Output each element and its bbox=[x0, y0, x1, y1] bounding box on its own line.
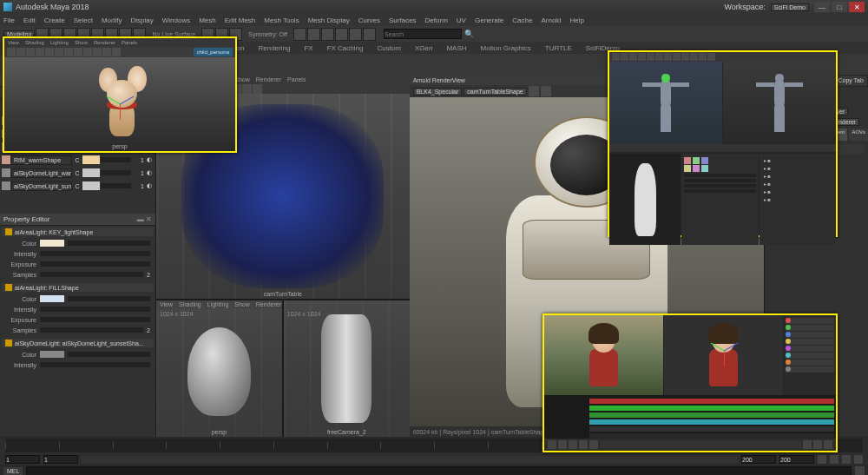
layer-row[interactable] bbox=[786, 360, 834, 366]
color-swatch[interactable] bbox=[693, 165, 700, 172]
track-clip[interactable] bbox=[589, 399, 834, 404]
step-forward-icon[interactable] bbox=[579, 440, 588, 449]
command-input[interactable] bbox=[26, 466, 852, 476]
tool-icon[interactable] bbox=[673, 53, 681, 61]
viewport-tool-icon[interactable] bbox=[26, 48, 35, 56]
layer-row[interactable] bbox=[786, 339, 834, 345]
layer-row[interactable] bbox=[786, 353, 834, 359]
menu-select[interactable]: Select bbox=[74, 16, 93, 24]
attr-slider[interactable] bbox=[40, 307, 150, 312]
color-swatch[interactable] bbox=[701, 165, 708, 172]
viewport-tool-icon[interactable] bbox=[74, 48, 82, 56]
light-color[interactable] bbox=[82, 181, 100, 190]
visibility-toggle[interactable]: ◐ bbox=[145, 169, 154, 176]
track-clip[interactable] bbox=[589, 426, 834, 432]
viewport-menu-item[interactable]: Lighting bbox=[50, 40, 69, 45]
shelf-tab[interactable]: FX Caching bbox=[324, 43, 367, 53]
color-swatch[interactable] bbox=[684, 157, 691, 164]
tree-item[interactable]: ▸ ■ bbox=[762, 195, 833, 203]
outliner-tree[interactable]: ▸ ■ ▸ ■ ▸ ■ ▸ ■ ▸ ■ ▸ ■ bbox=[760, 154, 836, 245]
anim-track[interactable] bbox=[546, 398, 834, 404]
light-icon[interactable] bbox=[2, 181, 10, 190]
shelf-tab[interactable]: XGen bbox=[411, 43, 436, 53]
menu-mesh-display[interactable]: Mesh Display bbox=[308, 16, 350, 24]
attr-slider[interactable] bbox=[40, 327, 143, 333]
track-clip[interactable] bbox=[589, 433, 834, 439]
viewport-bottom-right[interactable]: 1024 x 1024 freeCamera_2 bbox=[284, 300, 410, 437]
shelf-tab[interactable]: MASH bbox=[443, 43, 470, 53]
start-frame[interactable] bbox=[5, 455, 40, 464]
menu-uv[interactable]: UV bbox=[457, 16, 466, 24]
menu-arnold[interactable]: Arnold bbox=[541, 16, 561, 24]
attr-slider[interactable] bbox=[40, 362, 150, 367]
color-swatch[interactable] bbox=[40, 295, 64, 302]
track-clip[interactable] bbox=[589, 419, 834, 425]
tab-copy-tab[interactable]: Copy Tab bbox=[833, 75, 868, 87]
menu-edit-mesh[interactable]: Edit Mesh bbox=[225, 16, 256, 24]
layer-row[interactable] bbox=[786, 325, 834, 331]
viewport-tool-icon[interactable] bbox=[102, 48, 111, 56]
anim-tracks[interactable] bbox=[544, 395, 836, 439]
slider[interactable] bbox=[684, 189, 755, 193]
tool-icon[interactable] bbox=[681, 53, 689, 61]
attr-slider[interactable] bbox=[40, 251, 150, 256]
playback-next-icon[interactable] bbox=[842, 455, 851, 464]
attr-slider[interactable] bbox=[40, 317, 150, 322]
intensity-slider[interactable] bbox=[101, 157, 131, 162]
toolbar-button[interactable] bbox=[363, 28, 376, 41]
viewport-tool-icon[interactable] bbox=[242, 84, 252, 94]
tool-icon[interactable] bbox=[621, 53, 628, 61]
close-button[interactable]: ✕ bbox=[849, 2, 865, 12]
color-swatch[interactable] bbox=[693, 157, 700, 164]
viewport-tool-icon[interactable] bbox=[36, 48, 44, 56]
track-clip[interactable] bbox=[589, 412, 834, 418]
render-tool-icon[interactable] bbox=[541, 86, 551, 96]
script-editor-icon[interactable] bbox=[855, 466, 865, 476]
layer-row[interactable] bbox=[786, 366, 834, 373]
menu-generate[interactable]: Generate bbox=[475, 16, 503, 24]
color-swatch[interactable] bbox=[701, 157, 708, 164]
light-color[interactable] bbox=[82, 155, 100, 164]
layer-row[interactable] bbox=[786, 318, 834, 324]
timeline-scrubber[interactable] bbox=[612, 144, 833, 152]
light-color[interactable] bbox=[82, 168, 100, 177]
loop-icon[interactable] bbox=[803, 440, 812, 449]
viewport-menu-item[interactable]: Renderer bbox=[94, 40, 115, 45]
menu-create[interactable]: Create bbox=[44, 16, 65, 24]
menu-deform[interactable]: Deform bbox=[425, 16, 448, 24]
toolbar-button[interactable] bbox=[349, 28, 362, 41]
intensity-slider[interactable] bbox=[101, 183, 131, 188]
settings-subtab[interactable]: AOVs bbox=[849, 129, 868, 141]
shelf-tab[interactable]: FX bbox=[300, 43, 316, 53]
light-toggle[interactable]: C bbox=[73, 170, 82, 176]
weight-paint-view[interactable] bbox=[609, 154, 681, 245]
shelf-tab[interactable]: TURTLE bbox=[542, 43, 575, 53]
tree-item[interactable]: ▸ ■ bbox=[762, 164, 833, 172]
shelf-tab[interactable]: Custom bbox=[373, 43, 404, 53]
light-name[interactable]: aiSkyDomeLight_warehouseS... bbox=[11, 168, 72, 178]
scrubber[interactable] bbox=[600, 441, 801, 448]
menu-mesh[interactable]: Mesh bbox=[199, 16, 216, 24]
light-icon[interactable] bbox=[2, 168, 10, 177]
light-name[interactable]: RIM_warmShape bbox=[11, 155, 72, 165]
menu-display[interactable]: Display bbox=[131, 16, 154, 24]
light-toggle[interactable]: C bbox=[73, 157, 82, 163]
anim-track[interactable] bbox=[546, 432, 834, 439]
viewport-menu-item[interactable]: Shading bbox=[25, 40, 44, 45]
visibility-toggle[interactable]: ◐ bbox=[145, 156, 154, 163]
tool-icon[interactable] bbox=[647, 53, 654, 61]
close-icon[interactable]: ▬ ✕ bbox=[137, 215, 152, 223]
settings-icon[interactable] bbox=[824, 440, 832, 449]
viewport-menu-item[interactable]: Show bbox=[75, 40, 88, 45]
end-frame[interactable] bbox=[779, 455, 814, 464]
tree-item[interactable]: ▸ ■ bbox=[762, 180, 833, 188]
viewport-tool-icon[interactable] bbox=[45, 48, 54, 56]
search-icon[interactable]: 🔍 bbox=[464, 30, 474, 38]
slider[interactable] bbox=[684, 179, 755, 182]
slider[interactable] bbox=[684, 184, 755, 188]
playback-play-icon[interactable] bbox=[830, 455, 838, 464]
playback-loop-icon[interactable] bbox=[854, 455, 863, 464]
transform-manipulator[interactable] bbox=[120, 104, 146, 130]
search-input[interactable] bbox=[384, 29, 462, 39]
menu-surfaces[interactable]: Surfaces bbox=[389, 16, 417, 24]
